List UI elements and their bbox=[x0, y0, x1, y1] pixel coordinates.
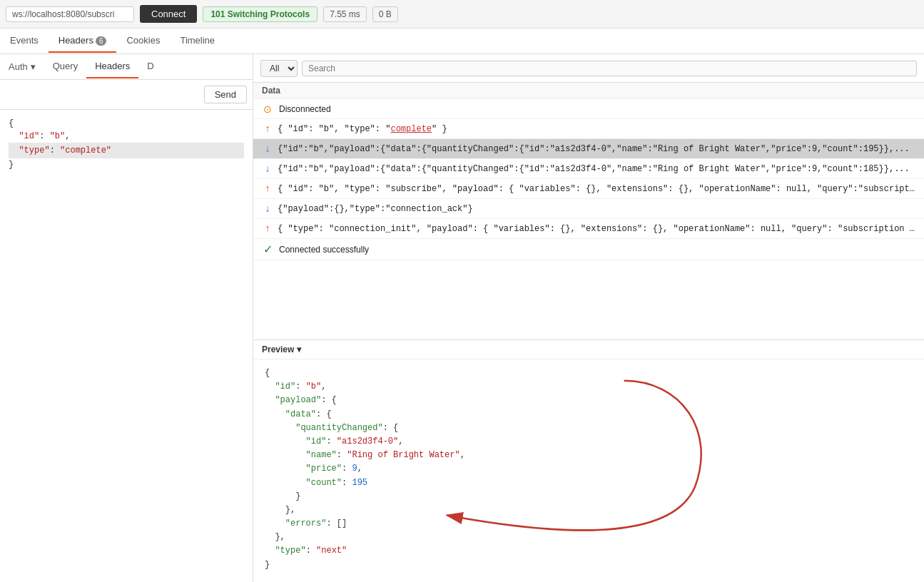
send-area: Send bbox=[0, 80, 253, 110]
connect-button[interactable]: Connect bbox=[140, 5, 197, 23]
preview-section: Preview ▾ { "id": "b", "payload": { bbox=[253, 340, 924, 582]
events-table: Data ⊙ Disconnected ↑ { "id": "b", "type… bbox=[253, 83, 924, 340]
event-row-msg4[interactable]: ↑ { "id": "b", "type": "subscribe", "pay… bbox=[253, 179, 924, 199]
left-tab-headers[interactable]: Headers bbox=[86, 55, 138, 78]
left-tab-auth[interactable]: Auth ▾ bbox=[0, 56, 44, 78]
events-header: Data bbox=[253, 83, 924, 99]
event-row-msg2[interactable]: ↓ {"id":"b","payload":{"data":{"quantity… bbox=[253, 139, 924, 159]
down-arrow-icon-msg3: ↓ bbox=[260, 163, 275, 175]
send-button[interactable]: Send bbox=[204, 86, 247, 103]
event-text-msg2: {"id":"b","payload":{"data":{"quantityCh… bbox=[278, 144, 917, 154]
chevron-down-icon: ▾ bbox=[31, 61, 36, 72]
timing-badge: 7.55 ms bbox=[323, 6, 367, 22]
preview-content: { "id": "b", "payload": { "data": { "qua… bbox=[253, 359, 924, 579]
up-arrow-icon: ↑ bbox=[260, 123, 275, 135]
event-disconnected[interactable]: ⊙ Disconnected bbox=[253, 99, 924, 119]
preview-header[interactable]: Preview ▾ bbox=[253, 340, 924, 359]
tab-events[interactable]: Events bbox=[0, 29, 49, 53]
event-row-msg6[interactable]: ↑ { "type": "connection_init", "payload"… bbox=[253, 219, 924, 239]
event-row-msg3[interactable]: ↓ {"id":"b","payload":{"data":{"quantity… bbox=[253, 159, 924, 179]
url-display: ws://localhost:8080/subscri bbox=[6, 6, 134, 22]
event-text-msg5: {"payload":{},"type":"connection_ack"} bbox=[278, 204, 917, 214]
left-tab-d[interactable]: D bbox=[138, 55, 162, 78]
left-tab-query[interactable]: Query bbox=[44, 55, 86, 78]
event-connected[interactable]: ✓ Connected successfully bbox=[253, 239, 924, 260]
event-text-msg3: {"id":"b","payload":{"data":{"quantityCh… bbox=[278, 164, 917, 174]
tab-timeline[interactable]: Timeline bbox=[170, 29, 225, 53]
filter-select[interactable]: All bbox=[260, 60, 298, 77]
left-panel: Auth ▾ Query Headers D Send { "id": "b",… bbox=[0, 54, 253, 582]
status-badge: 101 Switching Protocols bbox=[203, 6, 318, 22]
preview-chevron-icon: ▾ bbox=[297, 344, 301, 354]
tab-headers[interactable]: Headers6 bbox=[49, 29, 117, 53]
down-arrow-icon-msg2: ↓ bbox=[260, 143, 275, 155]
connected-label: Connected successfully bbox=[279, 245, 917, 255]
top-bar: ws://localhost:8080/subscri Connect 101 … bbox=[0, 0, 924, 29]
filter-bar: All bbox=[253, 54, 924, 83]
main-layout: Auth ▾ Query Headers D Send { "id": "b",… bbox=[0, 54, 924, 582]
request-body[interactable]: { "id": "b", "type": "complete" } bbox=[0, 110, 253, 582]
event-row-msg5[interactable]: ↓ {"payload":{},"type":"connection_ack"} bbox=[253, 199, 924, 219]
search-input[interactable] bbox=[302, 61, 917, 76]
disconnected-label: Disconnected bbox=[279, 104, 917, 114]
down-arrow-icon-msg5: ↓ bbox=[260, 203, 275, 215]
event-text-msg1: { "id": "b", "type": "complete" } bbox=[278, 124, 917, 134]
event-text-msg4: { "id": "b", "type": "subscribe", "paylo… bbox=[278, 184, 917, 194]
tab-cookies[interactable]: Cookies bbox=[116, 29, 170, 53]
right-panel: All Data ⊙ Disconnected ↑ { "id": "b", "… bbox=[253, 54, 924, 582]
preview-label: Preview bbox=[262, 344, 294, 354]
left-tabs: Auth ▾ Query Headers D bbox=[0, 54, 253, 80]
connected-icon: ✓ bbox=[260, 242, 275, 256]
event-text-msg6: { "type": "connection_init", "payload": … bbox=[278, 224, 917, 234]
up-arrow-icon-msg4: ↑ bbox=[260, 183, 275, 195]
disconnected-icon: ⊙ bbox=[260, 103, 275, 115]
up-arrow-icon-msg6: ↑ bbox=[260, 223, 275, 235]
event-row-msg1[interactable]: ↑ { "id": "b", "type": "complete" } bbox=[253, 119, 924, 139]
size-badge: 0 B bbox=[372, 6, 398, 22]
top-tabs: Events Headers6 Cookies Timeline bbox=[0, 29, 924, 54]
